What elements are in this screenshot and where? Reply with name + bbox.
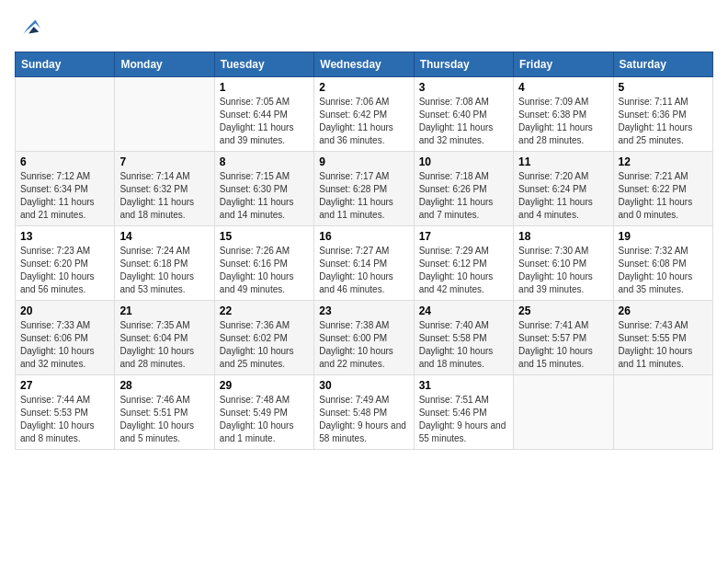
calendar-cell: 13Sunrise: 7:23 AM Sunset: 6:20 PM Dayli…	[16, 226, 115, 301]
calendar-cell: 2Sunrise: 7:06 AM Sunset: 6:42 PM Daylig…	[314, 77, 414, 152]
day-info: Sunrise: 7:09 AM Sunset: 6:38 PM Dayligh…	[518, 96, 608, 147]
calendar-cell: 5Sunrise: 7:11 AM Sunset: 6:36 PM Daylig…	[613, 77, 712, 152]
day-number: 16	[319, 230, 408, 243]
calendar-cell: 29Sunrise: 7:48 AM Sunset: 5:49 PM Dayli…	[214, 375, 313, 450]
calendar-cell: 11Sunrise: 7:20 AM Sunset: 6:24 PM Dayli…	[514, 152, 613, 226]
day-number: 28	[119, 379, 209, 392]
day-number: 7	[119, 155, 209, 168]
day-info: Sunrise: 7:38 AM Sunset: 6:00 PM Dayligh…	[319, 319, 408, 371]
calendar-cell: 4Sunrise: 7:09 AM Sunset: 6:38 PM Daylig…	[514, 77, 613, 152]
day-info: Sunrise: 7:46 AM Sunset: 5:51 PM Dayligh…	[119, 394, 209, 445]
day-info: Sunrise: 7:27 AM Sunset: 6:14 PM Dayligh…	[319, 245, 408, 296]
calendar-cell: 21Sunrise: 7:35 AM Sunset: 6:04 PM Dayli…	[115, 301, 214, 375]
day-info: Sunrise: 7:18 AM Sunset: 6:26 PM Dayligh…	[419, 170, 508, 222]
logo	[15, 15, 42, 40]
day-info: Sunrise: 7:17 AM Sunset: 6:28 PM Dayligh…	[319, 170, 408, 222]
weekday-row: SundayMondayTuesdayWednesdayThursdayFrid…	[16, 52, 713, 77]
calendar-week-row: 6Sunrise: 7:12 AM Sunset: 6:34 PM Daylig…	[16, 152, 713, 226]
calendar-header: SundayMondayTuesdayWednesdayThursdayFrid…	[16, 52, 713, 77]
day-info: Sunrise: 7:23 AM Sunset: 6:20 PM Dayligh…	[20, 245, 109, 296]
weekday-wednesday: Wednesday	[314, 52, 414, 77]
day-info: Sunrise: 7:40 AM Sunset: 5:58 PM Dayligh…	[419, 319, 508, 371]
day-number: 20	[20, 304, 109, 317]
calendar-cell: 1Sunrise: 7:05 AM Sunset: 6:44 PM Daylig…	[214, 77, 313, 152]
day-number: 26	[619, 304, 708, 317]
calendar-cell: 28Sunrise: 7:46 AM Sunset: 5:51 PM Dayli…	[115, 375, 214, 450]
day-number: 17	[419, 230, 508, 243]
day-info: Sunrise: 7:20 AM Sunset: 6:24 PM Dayligh…	[518, 170, 608, 222]
weekday-monday: Monday	[115, 52, 214, 77]
day-number: 10	[419, 155, 508, 168]
day-number: 6	[20, 155, 109, 168]
day-info: Sunrise: 7:51 AM Sunset: 5:46 PM Dayligh…	[419, 394, 508, 445]
calendar-cell: 10Sunrise: 7:18 AM Sunset: 6:26 PM Dayli…	[414, 152, 513, 226]
day-number: 12	[619, 155, 708, 168]
day-number: 30	[319, 379, 408, 392]
day-info: Sunrise: 7:29 AM Sunset: 6:12 PM Dayligh…	[419, 245, 508, 296]
calendar-cell: 14Sunrise: 7:24 AM Sunset: 6:18 PM Dayli…	[115, 226, 214, 301]
page-header	[15, 15, 713, 40]
day-info: Sunrise: 7:15 AM Sunset: 6:30 PM Dayligh…	[220, 170, 309, 222]
day-info: Sunrise: 7:12 AM Sunset: 6:34 PM Dayligh…	[20, 170, 109, 222]
day-info: Sunrise: 7:41 AM Sunset: 5:57 PM Dayligh…	[518, 319, 608, 371]
day-number: 8	[220, 155, 309, 168]
day-number: 24	[419, 304, 508, 317]
weekday-saturday: Saturday	[613, 52, 712, 77]
calendar-cell: 20Sunrise: 7:33 AM Sunset: 6:06 PM Dayli…	[16, 301, 115, 375]
day-info: Sunrise: 7:30 AM Sunset: 6:10 PM Dayligh…	[518, 245, 608, 296]
calendar-cell: 30Sunrise: 7:49 AM Sunset: 5:48 PM Dayli…	[314, 375, 414, 450]
day-number: 25	[518, 304, 608, 317]
calendar-cell: 27Sunrise: 7:44 AM Sunset: 5:53 PM Dayli…	[16, 375, 115, 450]
calendar-cell	[16, 77, 115, 152]
day-number: 13	[20, 230, 109, 243]
calendar-cell: 23Sunrise: 7:38 AM Sunset: 6:00 PM Dayli…	[314, 301, 414, 375]
day-info: Sunrise: 7:44 AM Sunset: 5:53 PM Dayligh…	[20, 394, 109, 445]
calendar-cell: 12Sunrise: 7:21 AM Sunset: 6:22 PM Dayli…	[613, 152, 712, 226]
day-number: 19	[619, 230, 708, 243]
calendar-cell: 17Sunrise: 7:29 AM Sunset: 6:12 PM Dayli…	[414, 226, 513, 301]
calendar-cell: 24Sunrise: 7:40 AM Sunset: 5:58 PM Dayli…	[414, 301, 513, 375]
calendar-cell: 22Sunrise: 7:36 AM Sunset: 6:02 PM Dayli…	[214, 301, 313, 375]
day-info: Sunrise: 7:24 AM Sunset: 6:18 PM Dayligh…	[119, 245, 209, 296]
calendar-cell: 25Sunrise: 7:41 AM Sunset: 5:57 PM Dayli…	[514, 301, 613, 375]
calendar-cell: 6Sunrise: 7:12 AM Sunset: 6:34 PM Daylig…	[16, 152, 115, 226]
calendar-week-row: 27Sunrise: 7:44 AM Sunset: 5:53 PM Dayli…	[16, 375, 713, 450]
day-info: Sunrise: 7:05 AM Sunset: 6:44 PM Dayligh…	[220, 96, 309, 147]
calendar-cell: 8Sunrise: 7:15 AM Sunset: 6:30 PM Daylig…	[214, 152, 313, 226]
day-number: 23	[319, 304, 408, 317]
weekday-tuesday: Tuesday	[214, 52, 313, 77]
day-info: Sunrise: 7:36 AM Sunset: 6:02 PM Dayligh…	[220, 319, 309, 371]
calendar-cell	[115, 77, 214, 152]
day-info: Sunrise: 7:26 AM Sunset: 6:16 PM Dayligh…	[220, 245, 309, 296]
day-number: 1	[220, 81, 309, 94]
calendar-cell	[514, 375, 613, 450]
calendar-cell: 3Sunrise: 7:08 AM Sunset: 6:40 PM Daylig…	[414, 77, 513, 152]
calendar-cell: 16Sunrise: 7:27 AM Sunset: 6:14 PM Dayli…	[314, 226, 414, 301]
calendar-cell: 15Sunrise: 7:26 AM Sunset: 6:16 PM Dayli…	[214, 226, 313, 301]
day-number: 11	[518, 155, 608, 168]
day-number: 5	[619, 81, 708, 94]
day-number: 27	[20, 379, 109, 392]
calendar-week-row: 20Sunrise: 7:33 AM Sunset: 6:06 PM Dayli…	[16, 301, 713, 375]
day-number: 31	[419, 379, 508, 392]
day-number: 4	[518, 81, 608, 94]
day-info: Sunrise: 7:06 AM Sunset: 6:42 PM Dayligh…	[319, 96, 408, 147]
calendar-week-row: 1Sunrise: 7:05 AM Sunset: 6:44 PM Daylig…	[16, 77, 713, 152]
day-info: Sunrise: 7:21 AM Sunset: 6:22 PM Dayligh…	[619, 170, 708, 222]
calendar-cell: 7Sunrise: 7:14 AM Sunset: 6:32 PM Daylig…	[115, 152, 214, 226]
calendar-cell: 31Sunrise: 7:51 AM Sunset: 5:46 PM Dayli…	[414, 375, 513, 450]
calendar-cell	[613, 375, 712, 450]
day-info: Sunrise: 7:33 AM Sunset: 6:06 PM Dayligh…	[20, 319, 109, 371]
day-number: 14	[119, 230, 209, 243]
day-number: 22	[220, 304, 309, 317]
calendar-cell: 18Sunrise: 7:30 AM Sunset: 6:10 PM Dayli…	[514, 226, 613, 301]
day-info: Sunrise: 7:43 AM Sunset: 5:55 PM Dayligh…	[619, 319, 708, 371]
weekday-thursday: Thursday	[414, 52, 513, 77]
weekday-sunday: Sunday	[16, 52, 115, 77]
day-info: Sunrise: 7:48 AM Sunset: 5:49 PM Dayligh…	[220, 394, 309, 445]
day-number: 3	[419, 81, 508, 94]
day-info: Sunrise: 7:11 AM Sunset: 6:36 PM Dayligh…	[619, 96, 708, 147]
day-number: 21	[119, 304, 209, 317]
day-number: 2	[319, 81, 408, 94]
weekday-friday: Friday	[514, 52, 613, 77]
